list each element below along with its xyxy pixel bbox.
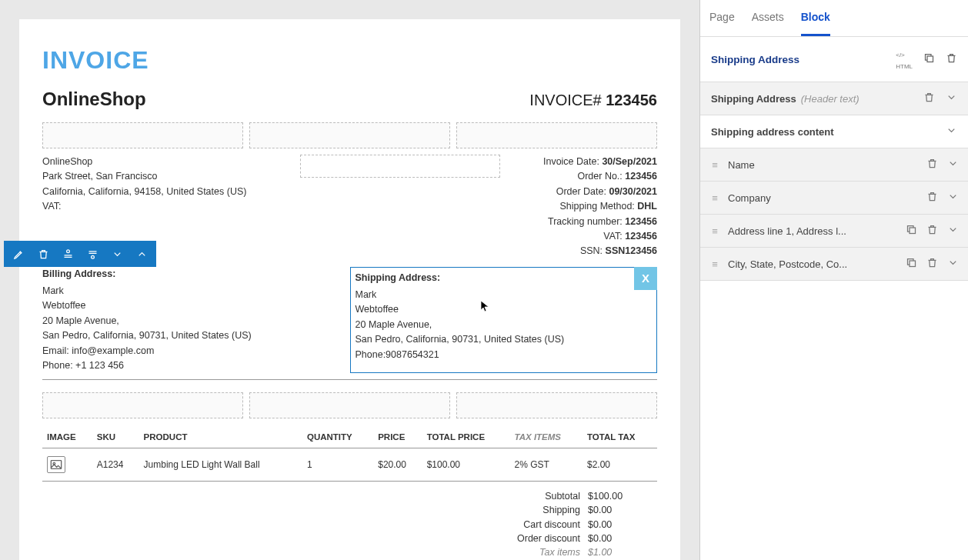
- shipping-region: San Pedro, California, 90731, United Sta…: [355, 332, 653, 347]
- sidebar-field-item[interactable]: ≡Name: [700, 148, 968, 182]
- order-meta: Invoice Date: 30/Sep/2021 Order No.: 123…: [543, 155, 657, 259]
- sidebar: Page Assets Block Shipping Address </>HT…: [699, 0, 968, 560]
- th-qty: QUANTITY: [302, 426, 373, 448]
- delete-icon[interactable]: [946, 52, 957, 66]
- delete-icon[interactable]: [926, 191, 938, 205]
- th-image: IMAGE: [42, 426, 92, 448]
- cell-sku: A1234: [92, 448, 139, 482]
- section-header-text[interactable]: Shipping Address(Header text): [700, 82, 968, 115]
- field-item-label: City, State, Postcode, Co...: [728, 258, 898, 270]
- totals-label: Shipping: [488, 503, 588, 517]
- insert-below-button[interactable]: [81, 242, 104, 265]
- totals-row: Shipping$0.00: [42, 503, 657, 517]
- placeholder-box[interactable]: [300, 155, 500, 178]
- sidebar-field-item[interactable]: ≡Address line 1, Address l...: [700, 215, 968, 248]
- billing-address-block[interactable]: Billing Address: Mark Webtoffee 20 Maple…: [42, 267, 350, 374]
- copy-icon[interactable]: [906, 257, 917, 271]
- tab-page[interactable]: Page: [709, 0, 735, 36]
- chevron-down-icon[interactable]: [947, 158, 959, 172]
- section-shipping-content[interactable]: Shipping address content: [700, 115, 968, 148]
- block-editor-toolbar: [4, 241, 156, 267]
- billing-phone: Phone: +1 123 456: [42, 358, 342, 373]
- delete-icon[interactable]: [926, 158, 938, 172]
- close-block-button[interactable]: X: [634, 267, 657, 290]
- svg-rect-4: [927, 56, 933, 62]
- meta-value: 09/30/2021: [609, 186, 657, 197]
- chevron-down-icon[interactable]: [947, 257, 959, 271]
- cell-price: $20.00: [373, 448, 422, 482]
- invoice-number-value: 123456: [606, 92, 657, 108]
- placeholder-box[interactable]: [456, 122, 657, 148]
- chevron-down-icon[interactable]: [946, 92, 957, 105]
- cell-total-tax: $2.00: [582, 448, 657, 482]
- shipping-address-block[interactable]: X Shipping Address: Mark Webtoffee 20 Ma…: [350, 267, 658, 374]
- billing-name: Mark: [42, 284, 342, 298]
- totals-label: Tax items: [488, 545, 588, 559]
- placeholder-box[interactable]: [456, 392, 657, 418]
- insert-above-button[interactable]: [56, 242, 79, 265]
- drag-handle-icon[interactable]: ≡: [709, 258, 720, 270]
- billing-email: Email: info@example.com: [42, 344, 342, 358]
- drag-handle-icon[interactable]: ≡: [709, 192, 720, 204]
- invoice-number-label: INVOICE#: [529, 92, 606, 108]
- cell-qty: 1: [302, 448, 373, 482]
- image-placeholder-icon: [47, 456, 65, 473]
- delete-icon[interactable]: [923, 92, 935, 105]
- meta-value: DHL: [637, 201, 657, 212]
- placeholder-row-top: [42, 122, 657, 148]
- html-icon[interactable]: </>HTML: [896, 48, 913, 71]
- th-total-tax: TOTAL TAX: [582, 426, 657, 448]
- items-table: IMAGE SKU PRODUCT QUANTITY PRICE TOTAL P…: [42, 426, 657, 482]
- billing-region: San Pedro, California, 90731, United Sta…: [42, 328, 342, 343]
- tab-block[interactable]: Block: [801, 0, 830, 36]
- totals-row: Order discount$0.00: [42, 532, 657, 545]
- move-down-button[interactable]: [105, 242, 129, 265]
- cell-tax-items: 2% GST: [510, 448, 582, 482]
- delete-button[interactable]: [32, 242, 55, 265]
- totals-value: $1.00: [588, 545, 657, 559]
- meta-value: SSN123456: [606, 245, 657, 256]
- delete-icon[interactable]: [926, 224, 938, 238]
- totals-label: Order discount: [488, 532, 588, 545]
- drag-handle-icon[interactable]: ≡: [709, 159, 720, 171]
- placeholder-box[interactable]: [42, 392, 243, 418]
- invoice-document: INVOICE OnlineShop INVOICE# 123456 Onlin…: [19, 19, 680, 560]
- drag-handle-icon[interactable]: ≡: [709, 225, 720, 237]
- canvas-area[interactable]: INVOICE OnlineShop INVOICE# 123456 Onlin…: [0, 0, 699, 560]
- copy-icon[interactable]: [923, 52, 935, 66]
- cell-product: Jumbing LED Light Wall Ball: [139, 448, 302, 482]
- totals-value: $0.00: [588, 532, 657, 545]
- field-item-label: Address line 1, Address l...: [728, 225, 898, 237]
- totals-value: $0.00: [588, 503, 657, 517]
- totals-row: Subtotal$100.00: [42, 489, 657, 503]
- sidebar-field-item[interactable]: ≡City, State, Postcode, Co...: [700, 248, 968, 281]
- th-price: PRICE: [373, 426, 422, 448]
- from-region: California, California, 94158, United St…: [42, 185, 246, 199]
- invoice-title: INVOICE: [42, 46, 657, 75]
- svg-point-1: [91, 255, 94, 258]
- placeholder-box[interactable]: [42, 122, 243, 148]
- section-label: Shipping Address: [711, 93, 796, 105]
- move-up-button[interactable]: [130, 242, 153, 265]
- meta-label: Invoice Date:: [543, 156, 602, 167]
- tab-assets[interactable]: Assets: [752, 0, 784, 36]
- th-tax-items: TAX ITEMS: [510, 426, 582, 448]
- chevron-down-icon[interactable]: [947, 191, 959, 205]
- sidebar-field-item[interactable]: ≡Company: [700, 182, 968, 215]
- sidebar-tabs: Page Assets Block: [700, 0, 968, 37]
- totals-value: $0.00: [588, 518, 657, 532]
- edit-button[interactable]: [7, 242, 30, 265]
- placeholder-box[interactable]: [249, 392, 450, 418]
- svg-rect-6: [910, 261, 916, 267]
- meta-label: Tracking number:: [548, 216, 625, 227]
- meta-label: Shipping Method:: [560, 201, 638, 212]
- placeholder-box[interactable]: [249, 122, 450, 148]
- chevron-down-icon[interactable]: [946, 125, 957, 138]
- totals-value: $100.00: [588, 489, 657, 503]
- shipping-company: Webtoffee: [355, 302, 653, 317]
- th-total-price: TOTAL PRICE: [422, 426, 510, 448]
- copy-icon[interactable]: [906, 224, 917, 238]
- chevron-down-icon[interactable]: [947, 224, 959, 238]
- delete-icon[interactable]: [926, 257, 938, 271]
- placeholder-row-mid: [42, 392, 657, 418]
